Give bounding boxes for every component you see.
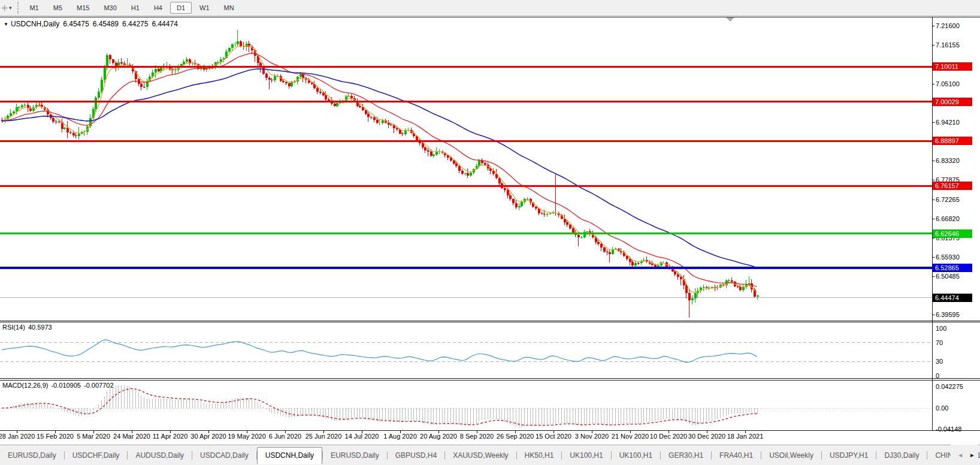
date-label: 6 Jun 2020 [269,433,301,440]
date-tick-mark [93,431,94,433]
date-label: 10 Dec 2020 [650,433,687,440]
rsi-axis-label: 70 [936,339,943,346]
price-tick-label: 6.50485 [936,273,960,280]
current-price-badge: 6.44474 [933,294,972,302]
quote-high: 6.45489 [93,20,119,28]
price-tick-label: 6.39595 [936,311,960,319]
macd-bottom-border [0,430,980,431]
tab-ger30-h1[interactable]: GER30,H1 [661,448,711,463]
rsi-axis-label: 100 [936,325,946,332]
date-label: 8 Sep 2020 [460,433,494,440]
rsi-bottom-border [0,378,980,379]
autoscroll-marker-icon[interactable] [726,17,734,22]
tab-scroll-right-icon[interactable]: ► [969,452,975,458]
date-tick-mark [630,431,631,433]
price-tick-mark [932,45,934,46]
date-label: 5 Mar 2020 [77,433,110,440]
price-tick-label: 7.21600 [936,22,960,30]
macd-axis-label: 0.042275 [936,383,963,390]
tab-eurusd-daily[interactable]: EURUSD,Daily [323,448,387,463]
date-tick-mark [285,431,286,433]
macd-axis-label: -0.04148 [936,425,961,433]
price-tick-mark [932,26,934,26]
tab-usdcnh-daily[interactable]: USDCNH,Daily [257,447,322,464]
price-tick-label: 6.72265 [936,196,960,204]
tab-fra40-h1[interactable]: FRA40,H1 [712,448,761,463]
date-tick-mark [247,431,247,433]
chart-tab-bar: EURUSD,DailyUSDCHF,DailyAUDUSD,DailyUSDC… [0,445,980,465]
tab-scroll-arrows: ◄ ► [951,445,978,465]
date-label: 11 Apr 2020 [153,433,188,440]
date-label: 21 Nov 2020 [612,433,649,440]
price-tick-mark [932,315,934,315]
price-tick-label: 6.94210 [936,119,960,126]
price-tick-mark [932,257,934,258]
macd-name: MACD(12,26,9) [2,382,48,389]
tab-gbpusd-h4[interactable]: GBPUSD,H4 [388,448,444,463]
price-tick-mark [932,122,934,123]
date-label: 28 Jan 2020 [0,433,35,440]
symbol-label: USDCNH,Daily [11,20,59,28]
date-label: 1 Aug 2020 [383,433,417,440]
tab-scroll-left-icon[interactable]: ◄ [957,452,963,458]
macd-axis-label: 0.00 [936,404,948,412]
date-label: 24 Mar 2020 [113,433,150,440]
tab-uk100-h1[interactable]: UK100,H1 [562,448,610,463]
window-menu-icon[interactable]: ▼ [4,22,8,27]
rsi-top-border [0,322,980,322]
tab-dj30-daily[interactable]: DJ30,Daily [876,448,927,463]
date-tick-mark [669,431,669,433]
price-line-badge: 6.62646 [933,230,972,238]
date-tick-mark [477,431,477,433]
chart-title: ▼USDCNH,Daily6.454756.454896.442756.4447… [4,20,178,28]
date-label: 30 Apr 2020 [190,433,226,440]
price-tick-mark [932,200,934,200]
rsi-label: RSI(14)40.5973 [2,324,52,331]
price-axis[interactable] [932,17,980,430]
date-tick-mark [323,431,324,433]
date-label: 14 Jul 2020 [345,433,379,440]
price-line-badge: 7.10011 [933,62,972,71]
price-tick-mark [932,238,934,238]
price-tick-label: 6.66820 [936,215,960,223]
tab-usdjpy-h1[interactable]: USDJPY,H1 [822,448,876,463]
tab-usdcad-daily[interactable]: USDCAD,Daily [192,448,256,463]
tab-uk100-h1[interactable]: UK100,H1 [612,448,660,463]
price-tick-mark [932,180,934,180]
quote-low: 6.44275 [122,20,148,28]
chart-canvas[interactable] [0,0,980,465]
date-tick-mark [208,431,209,433]
price-line-badge: 7.00029 [933,98,972,106]
date-tick-mark [362,431,362,433]
tab-usoil-weekly[interactable]: USOil,Weekly [761,448,821,463]
date-tick-mark [132,431,132,433]
macd-label: MACD(12,26,9)-0.010905-0.007702 [2,382,114,389]
rsi-axis-label: 30 [936,358,943,365]
date-tick-mark [592,431,592,433]
date-label: 18 Jan 2021 [727,433,764,440]
tab-usdchf-daily[interactable]: USDCHF,Daily [65,448,128,463]
chart-bottom-border [0,321,980,321]
date-label: 30 Dec 2020 [688,433,725,440]
date-label: 15 Oct 2020 [536,433,571,440]
date-tick-mark [55,431,56,433]
date-label: 26 Sep 2020 [497,433,534,440]
price-tick-label: 7.05100 [936,80,960,88]
price-line-badge: 6.52865 [933,264,972,272]
macd-top-border [0,380,980,381]
date-tick-mark [438,431,439,433]
tab-hk50-h1[interactable]: HK50,H1 [517,448,562,463]
tab-eurusd-daily[interactable]: EURUSD,Daily [0,448,64,463]
price-tick-mark [932,219,934,219]
rsi-name: RSI(14) [2,324,25,331]
chart-top-border [0,17,980,17]
date-label: 25 Jun 2020 [306,433,342,440]
trading-platform-window: ✛ ▾ M1M5M15M30H1H4D1W1MN ▼USDCNH,Daily6.… [0,0,980,465]
tab-audusd-daily[interactable]: AUDUSD,Daily [128,448,192,463]
date-tick-mark [17,431,17,433]
date-tick-mark [707,431,707,433]
date-label: 20 Aug 2020 [420,433,457,440]
tab-xauusd-weekly[interactable]: XAUUSD,Weekly [445,448,516,463]
price-tick-label: 6.83320 [936,157,960,165]
price-tick-mark [932,84,934,84]
